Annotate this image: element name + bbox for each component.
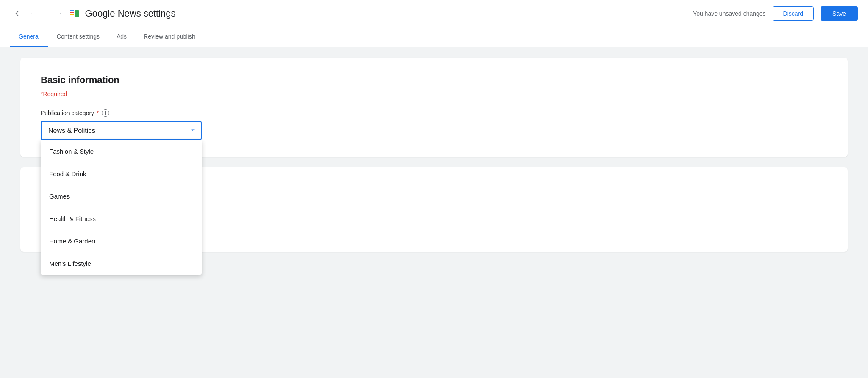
svg-rect-3 xyxy=(70,14,74,15)
header: · —— · Google News settings You have uns… xyxy=(0,0,868,27)
dropdown-item-health-fitness[interactable]: Health & Fitness xyxy=(41,207,202,230)
tab-content-settings[interactable]: Content settings xyxy=(48,27,108,47)
publication-category-field: Publication category* i News & Politics … xyxy=(41,109,827,140)
info-icon[interactable]: i xyxy=(102,109,109,117)
publication-category-select[interactable]: News & Politics Fashion & Style Food & D… xyxy=(41,121,202,140)
breadcrumb-dot2: · xyxy=(59,9,61,18)
back-button[interactable] xyxy=(10,7,24,20)
field-label-text: Publication category xyxy=(41,110,94,116)
tab-ads[interactable]: Ads xyxy=(108,27,135,47)
save-button[interactable]: Save xyxy=(821,6,858,21)
discard-button[interactable]: Discard xyxy=(773,6,814,21)
required-label: *Required xyxy=(41,91,827,97)
tab-general[interactable]: General xyxy=(10,27,48,47)
required-star: * xyxy=(97,110,99,116)
svg-rect-2 xyxy=(70,12,74,13)
header-left: · —— · Google News settings xyxy=(10,7,693,20)
dropdown-item-food-drink[interactable]: Food & Drink xyxy=(41,163,202,185)
dropdown-item-mens-lifestyle[interactable]: Men's Lifestyle xyxy=(41,252,202,275)
main-content: Basic information *Required Publication … xyxy=(0,47,868,272)
tab-review-publish[interactable]: Review and publish xyxy=(135,27,203,47)
field-label-publication-category: Publication category* i xyxy=(41,109,827,117)
svg-rect-4 xyxy=(75,10,79,17)
google-news-icon xyxy=(68,8,80,19)
breadcrumb-dots: —— xyxy=(40,10,53,17)
svg-rect-1 xyxy=(70,10,74,11)
dropdown-menu: Fashion & Style Food & Drink Games Healt… xyxy=(41,140,202,275)
basic-info-card: Basic information *Required Publication … xyxy=(20,58,848,157)
header-right: You have unsaved changes Discard Save xyxy=(693,6,858,21)
basic-info-title: Basic information xyxy=(41,74,827,86)
breadcrumb-separator: · xyxy=(31,8,33,18)
dropdown-item-games[interactable]: Games xyxy=(41,185,202,207)
page-title: Google News settings xyxy=(85,8,176,19)
unsaved-changes-text: You have unsaved changes xyxy=(693,10,766,17)
dropdown-item-home-garden[interactable]: Home & Garden xyxy=(41,230,202,252)
tabs-nav: General Content settings Ads Review and … xyxy=(0,27,868,47)
publication-category-select-wrapper: News & Politics Fashion & Style Food & D… xyxy=(41,121,202,140)
dropdown-item-fashion-style[interactable]: Fashion & Style xyxy=(41,140,202,163)
